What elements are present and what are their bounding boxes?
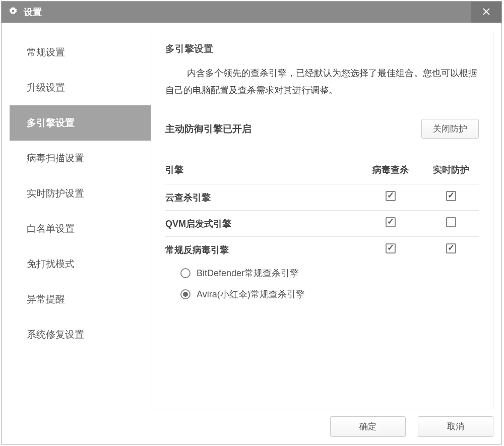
scan-cell	[358, 243, 423, 256]
sidebar-item-label: 实时防护设置	[27, 187, 84, 200]
checkbox-realtime-regular[interactable]	[446, 243, 456, 253]
radio-label: Avira(小红伞)常规查杀引擎	[197, 288, 305, 300]
sidebar-item-whitelist[interactable]: 白名单设置	[10, 211, 151, 246]
sidebar-item-label: 异常提醒	[27, 293, 65, 306]
sidebar-item-dnd[interactable]: 免打扰模式	[10, 246, 151, 282]
sidebar-item-general[interactable]: 常规设置	[10, 35, 151, 70]
radio-bitdefender[interactable]	[180, 268, 191, 278]
checkbox-scan-regular[interactable]	[386, 243, 396, 253]
sidebar-item-virusscan[interactable]: 病毒扫描设置	[10, 141, 151, 176]
table-row: QVM启发式引擎	[165, 210, 479, 236]
titlebar: 设置	[2, 2, 501, 23]
radio-label: BitDefender常规查杀引擎	[197, 267, 299, 279]
window-title: 设置	[24, 6, 471, 18]
section-title: 多引擎设置	[165, 42, 479, 55]
toggle-defense-button[interactable]: 关闭防护	[421, 119, 479, 139]
sidebar-item-label: 系统修复设置	[27, 328, 84, 341]
content-panel: 多引擎设置 内含多个领先的查杀引擎，已经默认为您选择了最佳组合。您也可以根据自己…	[151, 32, 493, 409]
svg-point-1	[12, 9, 15, 12]
sidebar-item-label: 免打扰模式	[27, 258, 75, 271]
settings-window: 设置 常规设置 升级设置 多引擎设置	[1, 1, 502, 444]
engine-table-header: 引擎 病毒查杀 实时防护	[165, 164, 479, 184]
engine-label: 常规反病毒引擎	[165, 244, 358, 256]
window-body: 常规设置 升级设置 多引擎设置 病毒扫描设置 实时防护设置 白名单设置	[2, 23, 501, 444]
footer: 确定 取消	[10, 409, 493, 437]
realtime-cell	[423, 217, 479, 230]
sidebar-item-upgrade[interactable]: 升级设置	[10, 70, 151, 105]
col-realtime-header: 实时防护	[423, 164, 479, 176]
ok-button[interactable]: 确定	[330, 416, 406, 437]
engine-label: QVM启发式引擎	[165, 218, 358, 230]
scan-cell	[358, 191, 423, 204]
col-scan-header: 病毒查杀	[358, 164, 423, 176]
radio-row-bitdefender[interactable]: BitDefender常规查杀引擎	[165, 263, 479, 284]
realtime-cell	[423, 191, 479, 204]
sidebar-item-label: 多引擎设置	[27, 116, 75, 130]
gear-icon	[8, 6, 19, 19]
sidebar-item-multiengine[interactable]: 多引擎设置	[10, 105, 151, 141]
table-row: 常规反病毒引擎	[165, 236, 479, 263]
scan-cell	[358, 217, 423, 230]
checkbox-scan-cloud[interactable]	[386, 191, 396, 201]
checkbox-scan-qvm[interactable]	[386, 217, 396, 227]
close-icon	[482, 7, 490, 18]
sidebar: 常规设置 升级设置 多引擎设置 病毒扫描设置 实时防护设置 白名单设置	[10, 32, 151, 409]
sidebar-item-sysrepair[interactable]: 系统修复设置	[10, 317, 151, 352]
sidebar-item-alert[interactable]: 异常提醒	[10, 282, 151, 317]
description-text: 内含多个领先的查杀引擎，已经默认为您选择了最佳组合。您也可以根据自己的电脑配置及…	[165, 65, 479, 99]
engine-label: 云查杀引擎	[165, 192, 358, 204]
sidebar-item-label: 升级设置	[27, 81, 65, 94]
checkbox-realtime-qvm[interactable]	[446, 217, 456, 227]
sidebar-item-label: 白名单设置	[27, 222, 75, 235]
radio-row-avira[interactable]: Avira(小红伞)常规查杀引擎	[165, 284, 479, 305]
defense-row: 主动防御引擎已开启 关闭防护	[165, 119, 479, 139]
realtime-cell	[423, 243, 479, 256]
main-row: 常规设置 升级设置 多引擎设置 病毒扫描设置 实时防护设置 白名单设置	[10, 32, 493, 409]
sidebar-item-label: 病毒扫描设置	[27, 152, 84, 165]
table-row: 云查杀引擎	[165, 184, 479, 210]
radio-avira[interactable]	[180, 289, 191, 299]
sidebar-item-label: 常规设置	[27, 46, 65, 59]
sidebar-item-realtime[interactable]: 实时防护设置	[10, 176, 151, 211]
col-engine-header: 引擎	[165, 164, 358, 176]
defense-status-label: 主动防御引擎已开启	[165, 122, 421, 136]
checkbox-realtime-cloud[interactable]	[446, 191, 456, 201]
close-button[interactable]	[471, 2, 501, 23]
cancel-button[interactable]: 取消	[418, 416, 493, 437]
